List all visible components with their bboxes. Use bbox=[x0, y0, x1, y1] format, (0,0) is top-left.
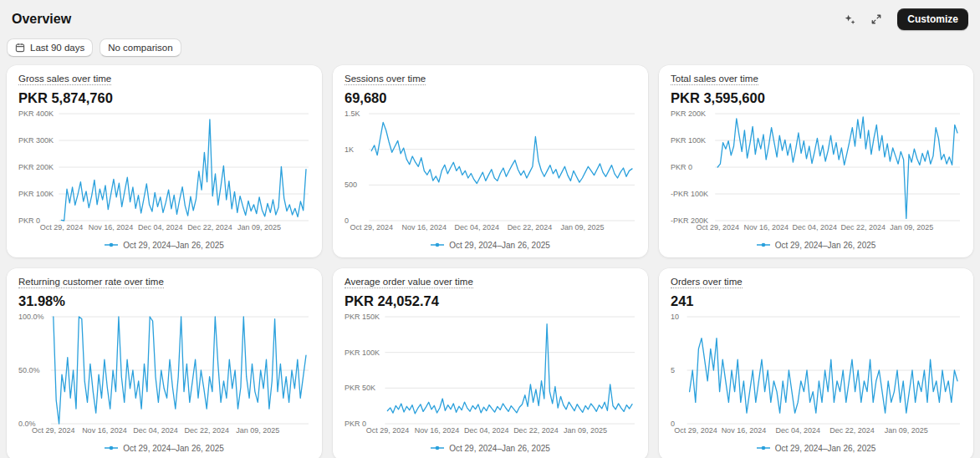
svg-text:Dec 04, 2024: Dec 04, 2024 bbox=[464, 426, 509, 435]
legend-line-icon bbox=[757, 242, 770, 248]
chart-legend: Oct 29, 2024–Jan 26, 2025 bbox=[345, 435, 636, 454]
chart-title: Average order value over time bbox=[345, 277, 636, 288]
legend-label: Oct 29, 2024–Jan 26, 2025 bbox=[775, 444, 876, 453]
svg-text:PKR 100K: PKR 100K bbox=[671, 136, 706, 145]
legend-line-icon bbox=[105, 445, 118, 451]
chart-title-link[interactable]: Returning customer rate over time bbox=[18, 277, 164, 288]
filter-bar: Last 90 days No comparison bbox=[0, 35, 980, 65]
svg-text:Nov 16, 2024: Nov 16, 2024 bbox=[415, 426, 460, 435]
legend-line-icon bbox=[431, 445, 444, 451]
sessions-line-chart: 1.5K1K5000Oct 29, 2024Nov 16, 2024Dec 04… bbox=[345, 109, 636, 232]
svg-text:PKR 100K: PKR 100K bbox=[18, 190, 54, 198]
chart-legend: Oct 29, 2024–Jan 26, 2025 bbox=[18, 232, 310, 251]
chart-title-link[interactable]: Orders over time bbox=[671, 277, 743, 288]
orders-line-chart: 1050Oct 29, 2024Nov 16, 2024Dec 04, 2024… bbox=[671, 313, 962, 435]
chart-title-link[interactable]: Sessions over time bbox=[345, 74, 426, 85]
chart-title: Orders over time bbox=[671, 277, 962, 288]
svg-text:Dec 22, 2024: Dec 22, 2024 bbox=[184, 426, 229, 435]
svg-text:Oct 29, 2024: Oct 29, 2024 bbox=[366, 426, 410, 435]
svg-text:Dec 22, 2024: Dec 22, 2024 bbox=[187, 223, 232, 232]
chart-card-average-order-value: Average order value over time PKR 24,052… bbox=[333, 268, 648, 458]
chart-card-total-sales: Total sales over time PKR 3,595,600 PKR … bbox=[659, 65, 973, 257]
svg-text:PKR 400K: PKR 400K bbox=[18, 109, 54, 118]
svg-text:Dec 04, 2024: Dec 04, 2024 bbox=[455, 223, 500, 232]
total-sales-line-chart: PKR 200KPKR 100KPKR 0-PKR 100K-PKR 200KO… bbox=[671, 109, 962, 232]
legend-line-icon bbox=[105, 242, 118, 248]
svg-text:Oct 29, 2024: Oct 29, 2024 bbox=[674, 426, 717, 435]
svg-text:PKR 0: PKR 0 bbox=[671, 163, 692, 171]
sidekick-button[interactable] bbox=[839, 9, 860, 29]
date-range-button[interactable]: Last 90 days bbox=[7, 38, 93, 57]
svg-text:50.0%: 50.0% bbox=[18, 366, 40, 374]
customize-button[interactable]: Customize bbox=[897, 8, 968, 30]
header-actions: Customize bbox=[839, 8, 968, 30]
svg-text:PKR 50K: PKR 50K bbox=[345, 384, 375, 392]
svg-text:1.5K: 1.5K bbox=[345, 109, 360, 118]
chart-legend: Oct 29, 2024–Jan 26, 2025 bbox=[671, 435, 962, 454]
svg-text:Oct 29, 2024: Oct 29, 2024 bbox=[696, 223, 739, 232]
svg-text:Jan 09, 2025: Jan 09, 2025 bbox=[236, 426, 279, 435]
svg-text:Dec 22, 2024: Dec 22, 2024 bbox=[829, 426, 875, 435]
svg-text:Nov 16, 2024: Nov 16, 2024 bbox=[402, 223, 447, 232]
comparison-label: No comparison bbox=[108, 43, 172, 53]
metric-value: 31.98% bbox=[18, 293, 310, 309]
line-chart-svg: PKR 150KPKR 100KPKR 50KPKR 0Oct 29, 2024… bbox=[345, 313, 636, 435]
svg-text:Dec 22, 2024: Dec 22, 2024 bbox=[513, 426, 559, 435]
line-chart-svg: PKR 400KPKR 300KPKR 200KPKR 100KPKR 0Oct… bbox=[18, 109, 310, 232]
svg-text:Jan 09, 2025: Jan 09, 2025 bbox=[560, 223, 604, 232]
chart-title: Sessions over time bbox=[345, 74, 636, 84]
svg-text:10: 10 bbox=[671, 313, 679, 321]
svg-text:PKR 0: PKR 0 bbox=[345, 420, 366, 428]
svg-text:Oct 29, 2024: Oct 29, 2024 bbox=[32, 426, 75, 435]
chart-title: Total sales over time bbox=[671, 74, 962, 84]
svg-text:Oct 29, 2024: Oct 29, 2024 bbox=[350, 223, 393, 232]
svg-text:Dec 22, 2024: Dec 22, 2024 bbox=[840, 223, 886, 232]
metric-value: PKR 5,874,760 bbox=[18, 90, 310, 106]
svg-text:Dec 04, 2024: Dec 04, 2024 bbox=[133, 426, 178, 435]
svg-text:Nov 16, 2024: Nov 16, 2024 bbox=[89, 223, 134, 232]
chart-title: Gross sales over time bbox=[18, 74, 310, 84]
svg-text:Jan 09, 2025: Jan 09, 2025 bbox=[237, 223, 281, 232]
svg-text:Jan 09, 2025: Jan 09, 2025 bbox=[564, 426, 607, 435]
metric-value: PKR 3,595,600 bbox=[671, 90, 962, 106]
chart-card-returning-customer-rate: Returning customer rate over time 31.98%… bbox=[7, 268, 322, 458]
svg-text:5: 5 bbox=[671, 366, 675, 374]
chart-card-gross-sales: Gross sales over time PKR 5,874,760 PKR … bbox=[7, 65, 322, 257]
line-chart-svg: 1.5K1K5000Oct 29, 2024Nov 16, 2024Dec 04… bbox=[345, 109, 636, 232]
svg-text:PKR 0: PKR 0 bbox=[18, 216, 40, 225]
chart-title-link[interactable]: Gross sales over time bbox=[18, 74, 111, 85]
svg-text:Dec 04, 2024: Dec 04, 2024 bbox=[792, 223, 837, 232]
metric-value: 69,680 bbox=[345, 90, 636, 106]
legend-label: Oct 29, 2024–Jan 26, 2025 bbox=[123, 444, 224, 453]
chart-title-link[interactable]: Average order value over time bbox=[345, 277, 473, 288]
svg-text:PKR 300K: PKR 300K bbox=[18, 136, 54, 145]
svg-text:0: 0 bbox=[345, 216, 349, 225]
comparison-button[interactable]: No comparison bbox=[100, 38, 181, 57]
legend-line-icon bbox=[431, 242, 444, 248]
chart-card-orders: Orders over time 241 1050Oct 29, 2024Nov… bbox=[659, 268, 973, 458]
line-chart-svg: 100.0%50.0%0.0%Oct 29, 2024Nov 16, 2024D… bbox=[18, 313, 310, 435]
metric-value: PKR 24,052.74 bbox=[345, 293, 636, 309]
calendar-icon bbox=[15, 43, 25, 53]
svg-text:PKR 150K: PKR 150K bbox=[345, 313, 380, 321]
svg-text:500: 500 bbox=[345, 181, 357, 189]
svg-text:Nov 16, 2024: Nov 16, 2024 bbox=[743, 223, 789, 232]
line-chart-svg: PKR 200KPKR 100KPKR 0-PKR 100K-PKR 200KO… bbox=[671, 109, 962, 232]
average-order-value-line-chart: PKR 150KPKR 100KPKR 50KPKR 0Oct 29, 2024… bbox=[345, 313, 636, 435]
svg-text:Jan 09, 2025: Jan 09, 2025 bbox=[890, 223, 933, 232]
legend-label: Oct 29, 2024–Jan 26, 2025 bbox=[449, 241, 550, 250]
gross-sales-line-chart: PKR 400KPKR 300KPKR 200KPKR 100KPKR 0Oct… bbox=[18, 109, 310, 232]
date-range-label: Last 90 days bbox=[30, 43, 84, 53]
returning-customer-rate-line-chart: 100.0%50.0%0.0%Oct 29, 2024Nov 16, 2024D… bbox=[18, 313, 310, 435]
svg-text:PKR 200K: PKR 200K bbox=[18, 163, 54, 171]
expand-button[interactable] bbox=[865, 9, 887, 29]
legend-line-icon bbox=[757, 445, 770, 451]
svg-text:100.0%: 100.0% bbox=[18, 313, 44, 321]
line-chart-svg: 1050Oct 29, 2024Nov 16, 2024Dec 04, 2024… bbox=[671, 313, 962, 435]
chart-title-link[interactable]: Total sales over time bbox=[671, 74, 758, 85]
page-title: Overview bbox=[12, 12, 71, 27]
chart-card-sessions: Sessions over time 69,680 1.5K1K5000Oct … bbox=[333, 65, 648, 257]
page-header: Overview Customize bbox=[0, 0, 980, 35]
svg-text:Nov 16, 2024: Nov 16, 2024 bbox=[722, 426, 767, 435]
expand-arrows-icon bbox=[870, 13, 882, 25]
